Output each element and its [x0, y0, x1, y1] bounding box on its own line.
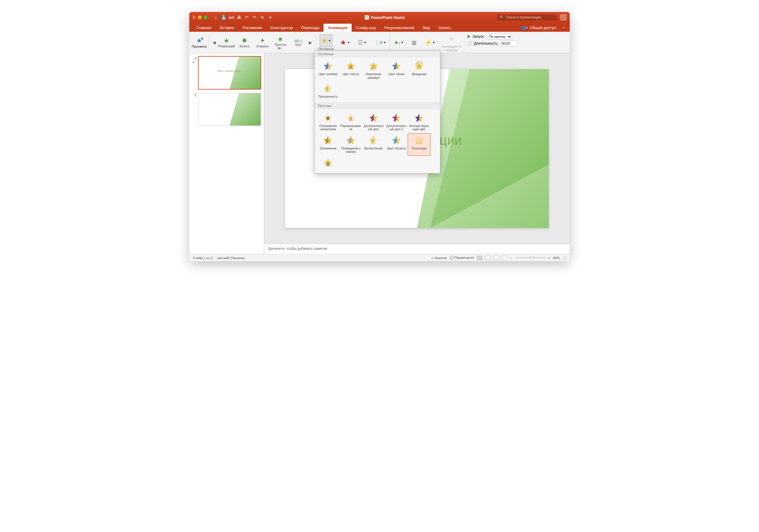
notes-pane[interactable]: Щелкните, чтобы добавить заметки: [264, 244, 570, 254]
effect-options-group: ⋮≡▼: [370, 32, 390, 53]
motion-path-dropdown[interactable]: ☰▼: [356, 37, 368, 48]
reading-view-button[interactable]: [494, 256, 499, 260]
traffic-lights: [192, 16, 207, 19]
tab-slideshow[interactable]: Слайд-шоу: [352, 24, 380, 32]
tab-draw[interactable]: Рисование: [238, 24, 266, 32]
account-avatar[interactable]: [560, 14, 567, 21]
effect-underline[interactable]: U: [317, 156, 340, 171]
tab-home[interactable]: Главная: [192, 24, 215, 32]
zoom-slider[interactable]: [515, 257, 545, 258]
svg-marker-38: [392, 136, 396, 144]
repeat-icon[interactable]: ↻: [260, 15, 265, 20]
quick-access-toolbar: ⌂ 💾 ≣▾ 🖶 ↶ ↷ ↻ ▾: [213, 15, 273, 20]
comments-toggle-button[interactable]: 💬 Примечания: [450, 256, 474, 260]
thumbnail-2-preview: [198, 93, 261, 126]
preview-button[interactable]: ★ ▶ Просмотр: [192, 37, 207, 48]
effect-bold-flash[interactable]: BПолужирное начертание: [317, 111, 340, 133]
share-button[interactable]: 👥+ Общий доступ: [518, 24, 559, 32]
slide-counter: Слайд 1 из 2: [193, 256, 213, 260]
bullets-icon[interactable]: ≣▾: [229, 15, 234, 20]
effect-object-color[interactable]: Цвет объекта: [385, 133, 408, 156]
duration-input[interactable]: [500, 41, 518, 46]
undo-icon[interactable]: ↶: [244, 15, 249, 20]
search-box[interactable]: 🔍 Поиск в презентации: [497, 14, 557, 20]
print-icon[interactable]: 🖶: [237, 15, 241, 20]
emphasis-dropdown-group: ★▼ Основные Основные Цвет заливки AЦвет …: [316, 32, 336, 53]
tab-insert[interactable]: Вставка: [215, 24, 238, 32]
sorter-view-button[interactable]: [485, 256, 491, 260]
effect-darken[interactable]: Затемнение: [317, 133, 340, 156]
effect-spiral[interactable]: ✦Спираль: [254, 36, 271, 49]
animation-painter-button[interactable]: ★: [448, 33, 456, 45]
effect-fill-color[interactable]: Цвет заливки: [317, 59, 340, 81]
trigger-dropdown[interactable]: ⚡▼: [423, 37, 437, 48]
effect-wheel[interactable]: ✸Колесо: [236, 36, 253, 49]
svg-marker-35: [369, 136, 374, 144]
tab-view[interactable]: Вид: [419, 24, 434, 32]
effect-desaturate[interactable]: Приведение к серому: [340, 133, 362, 156]
thumbnail-2[interactable]: 2: [192, 93, 261, 126]
effect-transparency[interactable]: Прозрачность: [317, 81, 340, 101]
search-placeholder: Поиск в презентации: [506, 15, 541, 20]
popup-section-subtle: Простые: [315, 102, 440, 109]
gallery-prev-button[interactable]: ◀: [212, 40, 217, 45]
effect-options-dropdown[interactable]: ⋮≡▼: [373, 37, 387, 48]
tab-review[interactable]: Рецензирование: [380, 24, 419, 32]
home-icon[interactable]: ⌂: [213, 15, 218, 20]
close-window-button[interactable]: [192, 16, 196, 19]
effect-brush-color[interactable]: AПерекрашивание: [340, 111, 362, 133]
effect-pulse[interactable]: Пульсация: [408, 133, 430, 156]
effect-spin[interactable]: Вращение: [408, 59, 430, 81]
effect-whip[interactable]: ab cКнут: [290, 38, 307, 47]
ribbon-collapse-button[interactable]: ⌃: [560, 25, 567, 32]
tab-record[interactable]: Запись: [434, 24, 455, 32]
popup-grid-subtle: BПолужирное начертание AПерекрашивание Д…: [315, 109, 440, 173]
save-icon[interactable]: 💾: [221, 15, 226, 20]
qat-overflow-icon[interactable]: ▾: [268, 15, 273, 20]
animation-pane-button[interactable]: ▦: [410, 37, 418, 48]
tab-animations[interactable]: Анимация: [324, 24, 351, 32]
svg-marker-40: [415, 136, 423, 144]
tab-transitions[interactable]: Переходы: [297, 24, 324, 32]
minimize-window-button[interactable]: [198, 16, 202, 19]
notes-icon: ≡: [431, 256, 433, 260]
effect-complementary-color[interactable]: Дополнительный цвет: [362, 111, 385, 133]
thumbnail-1[interactable]: 1 ✶ Текст презентации: [192, 56, 261, 89]
svg-marker-29: [324, 136, 328, 144]
emphasis-effect-dropdown[interactable]: ★▼: [320, 34, 333, 47]
effect-grow-shrink[interactable]: Изменение размера: [362, 59, 385, 81]
svg-marker-26: [415, 113, 419, 122]
effect-line-color[interactable]: Цвет линии: [385, 59, 408, 81]
redo-icon[interactable]: ↷: [252, 15, 257, 20]
effect-basic-swivel[interactable]: ★Простое вр...: [272, 35, 289, 50]
fit-to-window-button[interactable]: ⛶: [563, 256, 566, 260]
start-select[interactable]: По щелчку: [486, 33, 512, 40]
search-icon: 🔍: [499, 15, 504, 20]
comments-icon: 💬: [450, 256, 454, 260]
notes-toggle-button[interactable]: ≡ Заметки: [431, 256, 447, 260]
status-bar: Слайд 1 из 2 русский (Украина) ≡ Заметки…: [189, 254, 570, 261]
language-indicator[interactable]: русский (Украина): [218, 256, 245, 260]
tab-design[interactable]: Конструктор: [266, 24, 297, 32]
effect-lighten[interactable]: Высветление: [362, 133, 385, 156]
normal-view-button[interactable]: [477, 256, 482, 260]
effect-contrasting-color[interactable]: Контрастирующий цвет: [408, 111, 430, 133]
gallery-next-button[interactable]: ▶: [308, 40, 313, 45]
effect-float[interactable]: ★Плавающий: [218, 36, 235, 49]
svg-marker-32: [346, 136, 351, 144]
effect-font-color[interactable]: AЦвет текста: [340, 59, 362, 81]
svg-marker-1: [324, 62, 328, 70]
add-animation-dropdown[interactable]: ★+▼: [392, 37, 405, 48]
app-window: ⌂ 💾 ≣▾ 🖶 ↶ ↷ ↻ ▾ P PowerPoint Hacks 🔍 По…: [189, 12, 570, 261]
zoom-percent[interactable]: 89%: [553, 256, 560, 260]
svg-marker-20: [369, 113, 374, 122]
zoom-out-button[interactable]: −: [510, 256, 512, 260]
zoom-in-button[interactable]: +: [548, 256, 550, 260]
svg-marker-7: [392, 62, 396, 70]
effect-complementary-color-2[interactable]: Дополнительный цвет 2: [385, 111, 408, 133]
maximize-window-button[interactable]: [204, 16, 207, 19]
svg-text:A: A: [349, 116, 352, 120]
slideshow-view-button[interactable]: [502, 256, 507, 260]
animation-pane-group: ▦: [408, 32, 420, 53]
exit-effect-dropdown[interactable]: ★▼: [339, 36, 351, 49]
